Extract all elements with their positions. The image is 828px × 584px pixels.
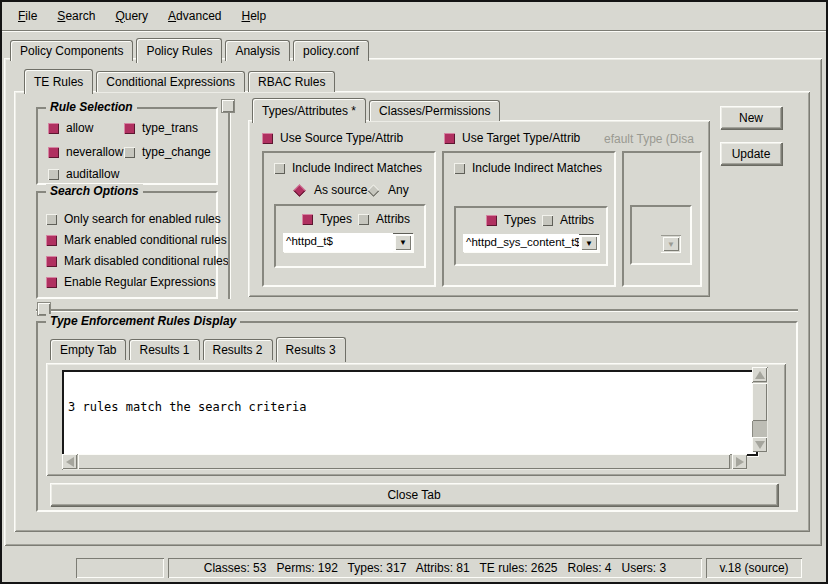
radio-as-source[interactable]: As source bbox=[292, 183, 367, 197]
checkbox-indicator bbox=[48, 123, 59, 134]
checkbox-indicator bbox=[48, 169, 59, 180]
checkbox-auditallow[interactable]: auditallow bbox=[48, 167, 119, 181]
checkbox-target-indirect[interactable]: Include Indirect Matches bbox=[454, 161, 602, 175]
tab-te-rules[interactable]: TE Rules bbox=[24, 69, 93, 94]
checkbox-indicator bbox=[486, 215, 497, 226]
checkbox-indicator bbox=[46, 277, 57, 288]
checkbox-indicator bbox=[358, 214, 369, 225]
horizontal-sash-line bbox=[36, 309, 798, 311]
use-target-label: Use Target Type/Attrib bbox=[462, 131, 580, 145]
checkbox-only-enabled-rules[interactable]: Only search for enabled rules bbox=[46, 212, 221, 226]
default-type-combobox: ▼ bbox=[637, 235, 681, 253]
scroll-up-icon[interactable] bbox=[752, 367, 767, 382]
menu-separator bbox=[2, 30, 826, 31]
checkbox-source-indirect[interactable]: Include Indirect Matches bbox=[274, 161, 422, 175]
tab-classes-permissions[interactable]: Classes/Permissions bbox=[369, 100, 500, 121]
checkbox-auditallow-label: auditallow bbox=[66, 167, 119, 181]
checkbox-indicator bbox=[46, 256, 57, 267]
checkbox-indicator bbox=[302, 214, 313, 225]
checkbox-mark-disabled-label: Mark disabled conditional rules bbox=[64, 254, 229, 268]
checkbox-enable-regex-label: Enable Regular Expressions bbox=[64, 275, 215, 289]
tab-results-2[interactable]: Results 2 bbox=[203, 339, 273, 360]
checkbox-target-types[interactable]: Types bbox=[486, 213, 536, 227]
tab-rbac-rules[interactable]: RBAC Rules bbox=[248, 71, 335, 92]
tab-results-1[interactable]: Results 1 bbox=[129, 339, 199, 360]
tab-results-3[interactable]: Results 3 bbox=[276, 337, 346, 362]
source-type-frame: Include Indirect Matches As source Any T… bbox=[262, 151, 436, 287]
source-indirect-label: Include Indirect Matches bbox=[292, 161, 422, 175]
target-types-attribs-frame: Types Attribs ^httpd_sys_content_t$ ▼ bbox=[454, 206, 608, 266]
scroll-down-icon[interactable] bbox=[752, 437, 767, 452]
checkbox-use-source[interactable]: Use Source Type/Attrib bbox=[262, 131, 403, 145]
checkbox-mark-enabled[interactable]: Mark enabled conditional rules bbox=[46, 233, 227, 247]
checkbox-target-attribs[interactable]: Attribs bbox=[542, 213, 594, 227]
new-button[interactable]: New bbox=[720, 106, 782, 129]
checkbox-type-change[interactable]: type_change bbox=[124, 145, 211, 159]
radio-as-source-label: As source bbox=[314, 183, 367, 197]
tab-types-attributes[interactable]: Types/Attributes * bbox=[252, 98, 366, 123]
dropdown-arrow-icon[interactable]: ▼ bbox=[395, 235, 411, 250]
use-source-label: Use Source Type/Attrib bbox=[280, 131, 403, 145]
checkbox-type-change-label: type_change bbox=[142, 145, 211, 159]
vertical-scroll-thumb[interactable] bbox=[752, 383, 767, 421]
close-tab-button[interactable]: Close Tab bbox=[50, 483, 778, 506]
scroll-left-icon[interactable] bbox=[62, 454, 77, 469]
checkbox-indicator bbox=[124, 147, 135, 158]
checkbox-source-types[interactable]: Types bbox=[302, 212, 352, 226]
default-type-frame: ▼ bbox=[622, 151, 702, 287]
checkbox-use-target[interactable]: Use Target Type/Attrib bbox=[444, 131, 580, 145]
rule-selection-frame: Rule Selection allow type_trans neverall… bbox=[36, 107, 218, 185]
tab-policy-rules[interactable]: Policy Rules bbox=[136, 38, 222, 63]
results-panel: 3 rules match the search criteria (5822)… bbox=[46, 363, 786, 476]
tab-policy-conf[interactable]: policy.conf bbox=[293, 40, 369, 61]
menu-file[interactable]: File bbox=[8, 6, 47, 26]
checkbox-indicator bbox=[454, 163, 465, 174]
source-type-combobox-value[interactable]: ^httpd_t$ bbox=[283, 233, 393, 252]
tab-conditional-expressions[interactable]: Conditional Expressions bbox=[96, 71, 245, 92]
target-types-label: Types bbox=[504, 213, 536, 227]
status-empty-box bbox=[76, 558, 164, 578]
scroll-right-icon[interactable] bbox=[732, 454, 747, 469]
checkbox-indicator bbox=[46, 235, 57, 246]
menu-query[interactable]: Query bbox=[105, 6, 158, 26]
results-summary: 3 rules match the search criteria bbox=[68, 401, 752, 415]
tab-empty-tab[interactable]: Empty Tab bbox=[50, 339, 126, 360]
dropdown-arrow-icon[interactable]: ▼ bbox=[581, 236, 597, 250]
results-horizontal-scrollbar[interactable] bbox=[62, 454, 747, 470]
target-type-frame: Include Indirect Matches Types Attribs ^… bbox=[442, 151, 616, 287]
type-attr-tab-row: Types/Attributes * Classes/Permissions bbox=[252, 98, 503, 121]
menu-help[interactable]: Help bbox=[231, 6, 276, 26]
update-button[interactable]: Update bbox=[720, 142, 782, 165]
results-text-area[interactable]: 3 rules match the search criteria (5822)… bbox=[62, 370, 758, 456]
search-options-frame: Search Options Only search for enabled r… bbox=[36, 191, 218, 299]
default-type-label: efault Type (Disa bbox=[604, 132, 696, 146]
vertical-sash-handle[interactable] bbox=[222, 100, 234, 112]
checkbox-neverallow[interactable]: neverallow bbox=[48, 145, 123, 159]
source-type-combobox[interactable]: ^httpd_t$ ▼ bbox=[283, 233, 413, 252]
radio-indicator bbox=[367, 184, 380, 197]
te-rules-display-frame: Type Enforcement Rules Display Empty Tab… bbox=[36, 321, 798, 512]
menu-search[interactable]: Search bbox=[47, 6, 105, 26]
status-policy-stats: Classes: 53 Perms: 192 Types: 317 Attrib… bbox=[168, 558, 702, 578]
source-attribs-label: Attribs bbox=[376, 212, 410, 226]
checkbox-enable-regex[interactable]: Enable Regular Expressions bbox=[46, 275, 215, 289]
target-type-combobox[interactable]: ^httpd_sys_content_t$ ▼ bbox=[463, 234, 599, 252]
results-vertical-scrollbar[interactable] bbox=[752, 367, 768, 452]
tab-analysis[interactable]: Analysis bbox=[225, 40, 290, 61]
checkbox-allow[interactable]: allow bbox=[48, 121, 93, 135]
menu-advanced[interactable]: Advanced bbox=[158, 6, 231, 26]
checkbox-mark-enabled-label: Mark enabled conditional rules bbox=[64, 233, 227, 247]
status-policy-version: v.18 (source) bbox=[706, 558, 802, 578]
checkbox-mark-disabled[interactable]: Mark disabled conditional rules bbox=[46, 254, 229, 268]
horizontal-scroll-thumb[interactable] bbox=[78, 454, 730, 469]
target-type-combobox-value[interactable]: ^httpd_sys_content_t$ bbox=[463, 234, 579, 252]
menu-bar: File Search Query Advanced Help bbox=[2, 2, 826, 30]
results-tab-row: Empty Tab Results 1 Results 2 Results 3 bbox=[50, 337, 349, 360]
default-type-combobox-value bbox=[637, 235, 661, 253]
radio-any[interactable]: Any bbox=[366, 183, 409, 197]
checkbox-source-attribs[interactable]: Attribs bbox=[358, 212, 410, 226]
target-attribs-label: Attribs bbox=[560, 213, 594, 227]
tab-policy-components[interactable]: Policy Components bbox=[10, 40, 133, 61]
checkbox-type-trans[interactable]: type_trans bbox=[124, 121, 198, 135]
type-attr-panel: Use Source Type/Attrib Include Indirect … bbox=[248, 120, 710, 297]
